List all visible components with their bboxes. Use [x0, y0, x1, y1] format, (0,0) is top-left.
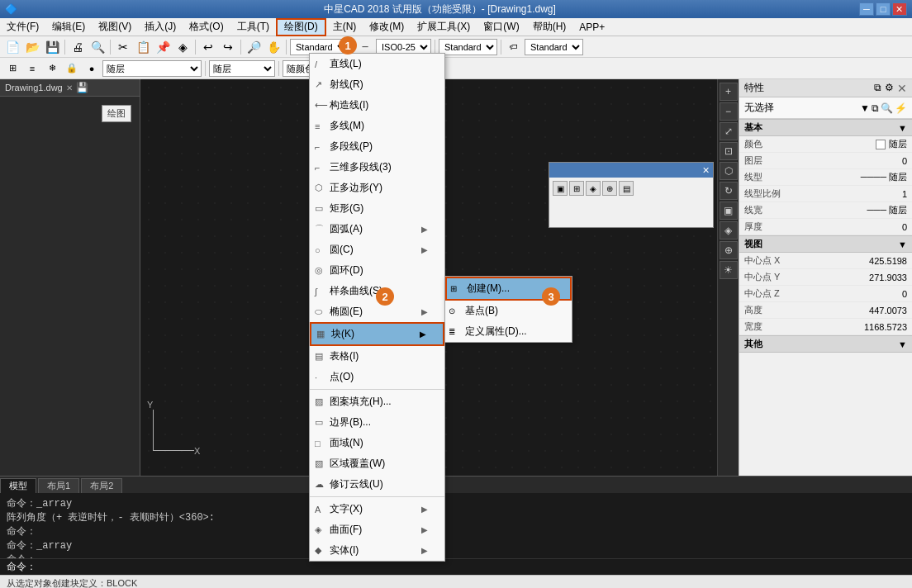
vp-zoom-out[interactable]: −	[720, 102, 738, 121]
save-button[interactable]: 💾	[43, 38, 61, 56]
layer-prop-button[interactable]: ⊞	[3, 59, 21, 78]
preview-button[interactable]: 🔍	[88, 38, 107, 56]
menu-help[interactable]: 帮助(H)	[526, 18, 573, 36]
menu-exttools[interactable]: 扩展工具(X)	[411, 18, 477, 36]
menu-revcloud[interactable]: ☁修订云线(U)	[310, 474, 444, 495]
vp-pan[interactable]: ⤢	[720, 122, 738, 140]
vp-prop[interactable]: ⊕	[720, 241, 738, 259]
block-submenu[interactable]: ⊞ 创建(M)... ⊙ 基点(B) ≣ 定义属性(D)...	[444, 276, 572, 343]
cut-button[interactable]: ✂	[114, 38, 132, 56]
menu-polygon[interactable]: ⬡正多边形(Y)	[310, 178, 444, 198]
menu-pline[interactable]: ⌐多段线(P)	[310, 136, 444, 157]
close-button[interactable]: ✕	[892, 2, 907, 16]
menu-wipeout[interactable]: ▧区域覆盖(W)	[310, 453, 444, 474]
layer-state-button[interactable]: ≡	[23, 59, 41, 78]
float-btn-4[interactable]: ⊕	[602, 181, 617, 196]
layer-lock-button[interactable]: 🔒	[63, 59, 81, 78]
menu-donut[interactable]: ◎圆环(D)	[310, 260, 444, 281]
vp-3d[interactable]: ⬡	[720, 162, 738, 180]
prop-copy-icon[interactable]: ⧉	[874, 82, 881, 95]
layer-select[interactable]: 随层	[102, 60, 202, 77]
float-btn-2[interactable]: ⊞	[569, 181, 584, 196]
new-button[interactable]: 📄	[3, 38, 21, 56]
menu-region[interactable]: □面域(N)	[310, 433, 444, 453]
menu-line[interactable]: /直线(L)	[310, 54, 444, 74]
vp-extent[interactable]: ⊡	[720, 142, 738, 160]
block-create[interactable]: ⊞ 创建(M)...	[445, 277, 572, 301]
menu-surface[interactable]: ◈曲面(F)▶	[310, 519, 444, 540]
prop-icon-2[interactable]: 🔍	[881, 102, 893, 114]
redo-button[interactable]: ↪	[219, 38, 237, 56]
lineweight-select[interactable]: Standard	[439, 39, 497, 55]
float-btn-3[interactable]: ◈	[586, 181, 601, 196]
vp-light[interactable]: ☀	[720, 261, 738, 279]
menu-ray[interactable]: ↗射线(R)	[310, 74, 444, 95]
menu-point[interactable]: ·点(O)	[310, 367, 444, 387]
menu-text[interactable]: A文字(X)▶	[310, 499, 444, 519]
plotstyle-select[interactable]: Standard	[525, 39, 583, 55]
minimize-button[interactable]: ─	[859, 2, 874, 16]
menu-edit[interactable]: 编辑(E)	[45, 18, 92, 36]
vp-view1[interactable]: ▣	[720, 202, 738, 220]
menu-xline[interactable]: ⟵构造线(I)	[310, 95, 444, 116]
menu-table[interactable]: ▤表格(I)	[310, 346, 444, 367]
prop-filter-icon[interactable]: ⚙	[885, 82, 894, 95]
vp-view2[interactable]: ◈	[720, 221, 738, 239]
prop-icon-1[interactable]: ⧉	[872, 102, 879, 114]
menu-tools[interactable]: 工具(T)	[230, 18, 276, 36]
properties-panel: 特性 ⧉ ⚙ ✕ 无选择 ▼ ⧉ 🔍 ⚡ 基本 ▼ 颜色	[739, 79, 912, 476]
menu-draw[interactable]: 绘图(D)	[276, 18, 326, 36]
undo-button[interactable]: ↩	[199, 38, 217, 56]
layer-color-button[interactable]: ●	[83, 59, 101, 78]
menu-modify[interactable]: 修改(M)	[363, 18, 411, 36]
open-button[interactable]: 📂	[23, 38, 41, 56]
matchprop-button[interactable]: ◈	[173, 38, 192, 56]
print-button[interactable]: 🖨	[69, 38, 87, 56]
properties-subtitle: 无选择 ▼ ⧉ 🔍 ⚡	[739, 97, 912, 119]
menu-circle[interactable]: ○圆(C)▶	[310, 239, 444, 260]
menu-insert[interactable]: 插入(J)	[138, 18, 183, 36]
tab-model[interactable]: 模型	[0, 478, 36, 493]
menu-spline[interactable]: ∫样条曲线(S)	[310, 281, 444, 301]
pan-button[interactable]: ✋	[264, 38, 283, 56]
menu-block[interactable]: ▦块(K)▶	[310, 322, 444, 346]
prop-expand-icon[interactable]: ▼	[860, 102, 870, 114]
zoom-button[interactable]: 🔎	[245, 38, 263, 56]
menu-solid[interactable]: ◆实体(I)▶	[310, 540, 444, 561]
float-dialog-close[interactable]: ✕	[702, 165, 710, 176]
axis-x	[153, 450, 194, 451]
menu-rect[interactable]: ▭矩形(G)	[310, 198, 444, 219]
maximize-button[interactable]: □	[876, 2, 891, 16]
menu-boundary[interactable]: ▭边界(B)...	[310, 412, 444, 433]
menu-3dpline[interactable]: ⌐三维多段线(3)	[310, 157, 444, 178]
menu-ellipse[interactable]: ⬭椭圆(E)▶	[310, 301, 444, 322]
block-defattr[interactable]: ≣ 定义属性(D)...	[445, 321, 572, 342]
paste-button[interactable]: 📌	[154, 38, 172, 56]
layer-select-2[interactable]: 随层	[209, 60, 275, 77]
menu-format[interactable]: 格式(O)	[183, 18, 230, 36]
menu-mline[interactable]: ≡多线(M)	[310, 116, 444, 136]
vp-zoom-in[interactable]: +	[720, 83, 738, 101]
draw-menu-dropdown[interactable]: /直线(L) ↗射线(R) ⟵构造线(I) ≡多线(M) ⌐多段线(P) ⌐三维…	[309, 53, 445, 562]
menu-app[interactable]: APP+	[572, 18, 611, 36]
menu-hatch[interactable]: ▨图案填充(H)...	[310, 391, 444, 412]
menu-arc[interactable]: ⌒圆弧(A)▶	[310, 219, 444, 239]
menu-mark[interactable]: 主(N)	[326, 18, 363, 36]
menu-file[interactable]: 文件(F)	[0, 18, 45, 36]
file-tab[interactable]: Drawing1.dwg ✕ 💾	[0, 79, 140, 97]
copy-button[interactable]: 📋	[134, 38, 152, 56]
float-dialog-header: ✕	[549, 163, 713, 178]
menu-window[interactable]: 窗口(W)	[477, 18, 525, 36]
tab-layout2[interactable]: 布局2	[81, 478, 122, 493]
file-tab-close[interactable]: ✕	[66, 83, 73, 92]
file-tab-save[interactable]: 💾	[76, 82, 88, 93]
vp-orbit[interactable]: ↻	[720, 182, 738, 200]
block-base[interactable]: ⊙ 基点(B)	[445, 301, 572, 321]
float-btn-1[interactable]: ▣	[553, 181, 568, 196]
menu-view[interactable]: 视图(V)	[92, 18, 138, 36]
tab-layout1[interactable]: 布局1	[38, 478, 79, 493]
layer-freeze-button[interactable]: ❄	[43, 59, 61, 78]
prop-icon-3[interactable]: ⚡	[895, 102, 907, 114]
float-btn-5[interactable]: ▤	[619, 181, 634, 196]
properties-close[interactable]: ✕	[897, 82, 907, 95]
